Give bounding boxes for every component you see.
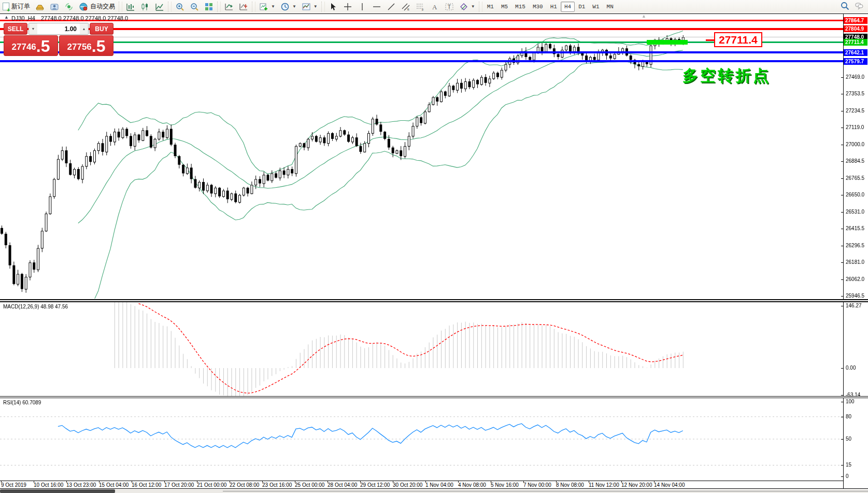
- timeframe-mn[interactable]: MN: [603, 2, 617, 12]
- volume-up-button[interactable]: ▲: [80, 23, 88, 34]
- macd-panel-canvas[interactable]: [0, 302, 843, 396]
- text-label-button[interactable]: T: [442, 1, 457, 12]
- chat-icon[interactable]: [855, 1, 864, 10]
- timeframe-h1[interactable]: H1: [547, 2, 561, 12]
- time-tick-label: 14 Nov 04:00: [654, 482, 685, 488]
- crosshair-button[interactable]: [340, 1, 355, 12]
- text-button[interactable]: A: [428, 1, 442, 12]
- time-tick-label: 16 Oct 12:00: [132, 482, 161, 488]
- horizontal-scrollbar[interactable]: [0, 489, 868, 493]
- volume-stepper: ▼ 1.00 ▲: [29, 23, 89, 35]
- chart-shift-button[interactable]: [236, 1, 251, 12]
- volume-value[interactable]: 1.00: [37, 23, 80, 34]
- pivot-price-label[interactable]: 27711.4: [714, 32, 762, 47]
- macd-tick: 0.00: [846, 365, 867, 371]
- symbol-period-label: DJ30 ,H4: [11, 15, 35, 21]
- timeframe-d1[interactable]: D1: [575, 2, 589, 12]
- main-chart-canvas[interactable]: [0, 14, 843, 299]
- price-tick: 27469.0: [846, 74, 867, 80]
- time-tick-label: 28 Oct 04:00: [328, 482, 357, 488]
- buy-price-display[interactable]: 27756.5: [59, 35, 113, 56]
- time-tick-label: 7 Nov 00:00: [523, 482, 551, 488]
- cursor-icon: [329, 2, 338, 11]
- gold-icon: [35, 2, 45, 11]
- turning-point-annotation: 多空转折点: [682, 65, 771, 87]
- time-tick-label: 8 Nov 08:00: [556, 482, 584, 488]
- clock-icon: [280, 2, 290, 11]
- panel-separator[interactable]: [0, 299, 868, 302]
- toolbar-separator: [217, 2, 221, 12]
- equidistant-channel-button[interactable]: E: [399, 1, 413, 12]
- timeframe-w1[interactable]: W1: [589, 2, 603, 12]
- timeframe-m15[interactable]: M15: [511, 2, 529, 12]
- autotrade-button[interactable]: 自动交易: [76, 1, 118, 12]
- zoom-out-button[interactable]: [187, 1, 202, 12]
- zoom-in-button[interactable]: [173, 1, 187, 12]
- buy-button[interactable]: BUY: [90, 23, 113, 35]
- time-tick-label: 12 Nov 20:00: [621, 482, 652, 488]
- cursor-button[interactable]: [326, 1, 340, 12]
- price-tick: 26884.5: [846, 158, 867, 164]
- auto-scroll-icon: [224, 2, 234, 11]
- tile-windows-icon: [204, 2, 214, 11]
- candlestick-chart-button[interactable]: [138, 1, 152, 12]
- time-tick-label: 10 Oct 16:00: [34, 482, 63, 488]
- rsi-tick: 0: [846, 473, 867, 479]
- price-tick: 26062.0: [846, 276, 867, 282]
- zoom-in-icon: [175, 2, 184, 11]
- strategy-tester-button[interactable]: [62, 1, 76, 12]
- pivot-highlight-segment[interactable]: [647, 40, 688, 45]
- new-chart-button[interactable]: ▼: [257, 1, 278, 12]
- price-tick: 26296.5: [846, 243, 867, 248]
- bar-chart-icon: [126, 2, 135, 11]
- resistance-line[interactable]: [0, 28, 843, 30]
- shapes-button[interactable]: ▼: [457, 1, 478, 12]
- volume-down-button[interactable]: ▼: [29, 23, 37, 34]
- timeframe-h4[interactable]: H4: [561, 2, 575, 12]
- sell-price-display[interactable]: 27746.5: [4, 35, 58, 56]
- templates-icon: [302, 2, 311, 11]
- price-tick: 27234.5: [846, 108, 867, 114]
- price-tick: 26415.5: [846, 226, 867, 231]
- bar-chart-button[interactable]: [123, 1, 138, 12]
- rsi-tick: 15: [846, 462, 867, 468]
- support-lower-line[interactable]: [0, 60, 843, 62]
- period-button[interactable]: ▼: [278, 1, 299, 12]
- timeframe-bar: M1M5M15M30H1H4D1W1MN: [483, 2, 617, 12]
- svg-text:E: E: [407, 8, 409, 11]
- trade-panel-collapse-arrow[interactable]: ▲: [4, 15, 9, 20]
- rsi-panel-canvas[interactable]: [0, 398, 843, 481]
- timeframe-m5[interactable]: M5: [497, 2, 511, 12]
- chart-shift-marker[interactable]: ▲: [642, 13, 646, 19]
- horizontal-line-button[interactable]: [369, 1, 384, 12]
- market-watch-button[interactable]: [33, 1, 47, 12]
- auto-scroll-button[interactable]: [222, 1, 236, 12]
- fibonacci-icon: F: [416, 2, 425, 11]
- timeframe-m30[interactable]: M30: [529, 2, 547, 12]
- scrollbar-track-line: [223, 491, 868, 491]
- trendline-button[interactable]: [384, 1, 399, 12]
- macd-tick: -63.14: [846, 392, 867, 398]
- toolbar-separator: [321, 2, 325, 12]
- vertical-line-button[interactable]: [355, 1, 369, 12]
- search-icon[interactable]: [840, 1, 849, 10]
- data-window-button[interactable]: [47, 1, 62, 12]
- panel-separator[interactable]: [0, 396, 868, 398]
- line-chart-button[interactable]: [152, 1, 167, 12]
- support-lower-price-tag: 27579.7: [844, 58, 867, 65]
- buy-price-frac: .5: [92, 38, 106, 54]
- templates-button[interactable]: ▼: [299, 1, 320, 12]
- fibonacci-button[interactable]: F: [413, 1, 428, 12]
- tile-windows-button[interactable]: [202, 1, 216, 12]
- price-tick-tickmark: [841, 212, 844, 213]
- sell-button[interactable]: SELL: [4, 23, 27, 35]
- time-tick-label: 21 Oct 00:00: [197, 482, 226, 488]
- time-tick-label: 4 Nov 08:00: [458, 482, 486, 488]
- chart-shift-icon: [239, 2, 248, 11]
- timeframe-m1[interactable]: M1: [483, 2, 497, 12]
- scrollbar-thumb[interactable]: [0, 489, 115, 493]
- rsi-tick-tickmark: [841, 465, 844, 466]
- support-line[interactable]: [0, 51, 843, 53]
- time-tick-label: 30 Oct 20:00: [393, 482, 422, 488]
- new-order-button[interactable]: + 新订单: [0, 1, 33, 12]
